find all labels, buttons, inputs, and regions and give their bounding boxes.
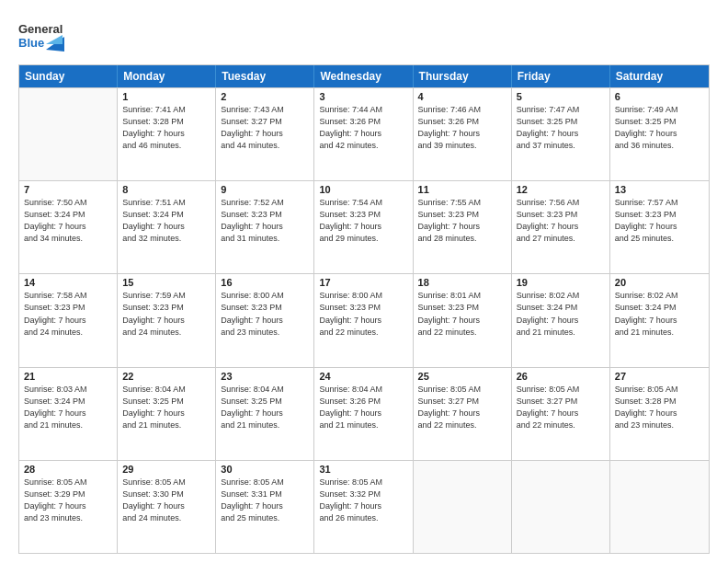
day-number: 31 <box>319 464 407 475</box>
day-number: 9 <box>221 184 309 195</box>
cal-cell: 7Sunrise: 7:50 AMSunset: 3:24 PMDaylight… <box>19 181 118 273</box>
cal-cell: 11Sunrise: 7:55 AMSunset: 3:23 PMDayligh… <box>414 181 512 273</box>
cal-cell: 28Sunrise: 8:05 AMSunset: 3:29 PMDayligh… <box>19 461 118 553</box>
cal-cell: 21Sunrise: 8:03 AMSunset: 3:24 PMDayligh… <box>19 368 118 460</box>
cal-cell: 4Sunrise: 7:46 AMSunset: 3:26 PMDaylight… <box>414 88 512 180</box>
day-info: Sunrise: 7:56 AMSunset: 3:23 PMDaylight:… <box>517 197 605 245</box>
day-number: 21 <box>24 371 112 382</box>
page: General Blue SundayMondayTuesdayWednesda… <box>0 0 728 563</box>
day-number: 23 <box>221 371 309 382</box>
week-row-1: 1Sunrise: 7:41 AMSunset: 3:28 PMDaylight… <box>19 87 709 180</box>
cal-cell: 25Sunrise: 8:05 AMSunset: 3:27 PMDayligh… <box>414 368 512 460</box>
day-number: 13 <box>615 184 704 195</box>
day-info: Sunrise: 8:04 AMSunset: 3:25 PMDaylight:… <box>122 384 210 431</box>
day-number: 16 <box>221 277 309 288</box>
weekday-header-monday: Monday <box>118 65 216 87</box>
calendar-header: SundayMondayTuesdayWednesdayThursdayFrid… <box>19 65 709 87</box>
cal-cell: 24Sunrise: 8:04 AMSunset: 3:26 PMDayligh… <box>314 368 413 460</box>
day-number: 8 <box>122 184 210 195</box>
day-info: Sunrise: 8:02 AMSunset: 3:24 PMDaylight:… <box>615 290 704 338</box>
day-number: 6 <box>615 91 704 102</box>
day-number: 28 <box>24 464 112 475</box>
cal-cell: 19Sunrise: 8:02 AMSunset: 3:24 PMDayligh… <box>512 274 610 366</box>
day-info: Sunrise: 8:02 AMSunset: 3:24 PMDaylight:… <box>517 290 605 338</box>
cal-cell: 22Sunrise: 8:04 AMSunset: 3:25 PMDayligh… <box>118 368 216 460</box>
cal-cell <box>19 88 118 180</box>
logo-icon: General Blue <box>18 17 66 57</box>
cal-cell <box>512 461 610 553</box>
day-number: 12 <box>517 184 605 195</box>
cal-cell: 1Sunrise: 7:41 AMSunset: 3:28 PMDaylight… <box>118 88 216 180</box>
cal-cell: 6Sunrise: 7:49 AMSunset: 3:25 PMDaylight… <box>610 88 709 180</box>
weekday-header-saturday: Saturday <box>610 65 709 87</box>
cal-cell: 26Sunrise: 8:05 AMSunset: 3:27 PMDayligh… <box>512 368 610 460</box>
day-info: Sunrise: 7:54 AMSunset: 3:23 PMDaylight:… <box>319 197 407 245</box>
cal-cell: 16Sunrise: 8:00 AMSunset: 3:23 PMDayligh… <box>216 274 314 366</box>
cal-cell: 14Sunrise: 7:58 AMSunset: 3:23 PMDayligh… <box>19 274 118 366</box>
day-info: Sunrise: 7:58 AMSunset: 3:23 PMDaylight:… <box>24 290 112 338</box>
svg-marker-3 <box>46 35 63 44</box>
day-info: Sunrise: 8:03 AMSunset: 3:24 PMDaylight:… <box>24 384 112 431</box>
day-info: Sunrise: 7:51 AMSunset: 3:24 PMDaylight:… <box>122 197 210 245</box>
day-info: Sunrise: 8:05 AMSunset: 3:32 PMDaylight:… <box>319 477 407 524</box>
cal-cell: 17Sunrise: 8:00 AMSunset: 3:23 PMDayligh… <box>314 274 413 366</box>
cal-cell: 27Sunrise: 8:05 AMSunset: 3:28 PMDayligh… <box>610 368 709 460</box>
day-number: 15 <box>122 277 210 288</box>
day-info: Sunrise: 7:47 AMSunset: 3:25 PMDaylight:… <box>517 104 605 152</box>
day-info: Sunrise: 8:05 AMSunset: 3:30 PMDaylight:… <box>122 477 210 524</box>
day-info: Sunrise: 7:49 AMSunset: 3:25 PMDaylight:… <box>615 104 704 152</box>
day-number: 4 <box>418 91 506 102</box>
day-number: 26 <box>517 371 605 382</box>
day-info: Sunrise: 7:57 AMSunset: 3:23 PMDaylight:… <box>615 197 704 245</box>
cal-cell: 18Sunrise: 8:01 AMSunset: 3:23 PMDayligh… <box>414 274 512 366</box>
day-number: 17 <box>319 277 407 288</box>
day-info: Sunrise: 7:43 AMSunset: 3:27 PMDaylight:… <box>221 104 309 152</box>
cal-cell: 29Sunrise: 8:05 AMSunset: 3:30 PMDayligh… <box>118 461 216 553</box>
day-number: 7 <box>24 184 112 195</box>
day-info: Sunrise: 7:50 AMSunset: 3:24 PMDaylight:… <box>24 197 112 245</box>
cal-cell: 31Sunrise: 8:05 AMSunset: 3:32 PMDayligh… <box>314 461 413 553</box>
day-number: 19 <box>517 277 605 288</box>
cal-cell: 12Sunrise: 7:56 AMSunset: 3:23 PMDayligh… <box>512 181 610 273</box>
svg-text:Blue: Blue <box>18 36 44 50</box>
week-row-3: 14Sunrise: 7:58 AMSunset: 3:23 PMDayligh… <box>19 273 709 366</box>
weekday-header-friday: Friday <box>512 65 610 87</box>
weekday-header-sunday: Sunday <box>19 65 118 87</box>
cal-cell: 20Sunrise: 8:02 AMSunset: 3:24 PMDayligh… <box>610 274 709 366</box>
svg-text:General: General <box>18 22 63 36</box>
day-info: Sunrise: 7:41 AMSunset: 3:28 PMDaylight:… <box>122 104 210 152</box>
calendar: SundayMondayTuesdayWednesdayThursdayFrid… <box>18 64 710 554</box>
day-number: 22 <box>122 371 210 382</box>
day-number: 24 <box>319 371 407 382</box>
day-number: 11 <box>418 184 506 195</box>
cal-cell: 9Sunrise: 7:52 AMSunset: 3:23 PMDaylight… <box>216 181 314 273</box>
day-number: 3 <box>319 91 407 102</box>
day-number: 20 <box>615 277 704 288</box>
week-row-2: 7Sunrise: 7:50 AMSunset: 3:24 PMDaylight… <box>19 180 709 273</box>
calendar-body: 1Sunrise: 7:41 AMSunset: 3:28 PMDaylight… <box>19 87 709 553</box>
day-number: 18 <box>418 277 506 288</box>
day-info: Sunrise: 7:46 AMSunset: 3:26 PMDaylight:… <box>418 104 506 152</box>
day-info: Sunrise: 8:01 AMSunset: 3:23 PMDaylight:… <box>418 290 506 338</box>
day-number: 25 <box>418 371 506 382</box>
day-info: Sunrise: 8:05 AMSunset: 3:27 PMDaylight:… <box>517 384 605 431</box>
logo: General Blue <box>18 17 66 57</box>
day-info: Sunrise: 7:59 AMSunset: 3:23 PMDaylight:… <box>122 290 210 338</box>
cal-cell: 13Sunrise: 7:57 AMSunset: 3:23 PMDayligh… <box>610 181 709 273</box>
cal-cell: 15Sunrise: 7:59 AMSunset: 3:23 PMDayligh… <box>118 274 216 366</box>
weekday-header-wednesday: Wednesday <box>314 65 413 87</box>
day-info: Sunrise: 7:44 AMSunset: 3:26 PMDaylight:… <box>319 104 407 152</box>
week-row-5: 28Sunrise: 8:05 AMSunset: 3:29 PMDayligh… <box>19 460 709 553</box>
week-row-4: 21Sunrise: 8:03 AMSunset: 3:24 PMDayligh… <box>19 367 709 460</box>
day-info: Sunrise: 7:55 AMSunset: 3:23 PMDaylight:… <box>418 197 506 245</box>
day-info: Sunrise: 8:05 AMSunset: 3:29 PMDaylight:… <box>24 477 112 524</box>
day-number: 27 <box>615 371 704 382</box>
weekday-header-thursday: Thursday <box>414 65 512 87</box>
cal-cell <box>610 461 709 553</box>
day-info: Sunrise: 7:52 AMSunset: 3:23 PMDaylight:… <box>221 197 309 245</box>
cal-cell <box>414 461 512 553</box>
day-number: 29 <box>122 464 210 475</box>
day-number: 5 <box>517 91 605 102</box>
day-info: Sunrise: 8:05 AMSunset: 3:31 PMDaylight:… <box>221 477 309 524</box>
day-info: Sunrise: 8:04 AMSunset: 3:26 PMDaylight:… <box>319 384 407 431</box>
